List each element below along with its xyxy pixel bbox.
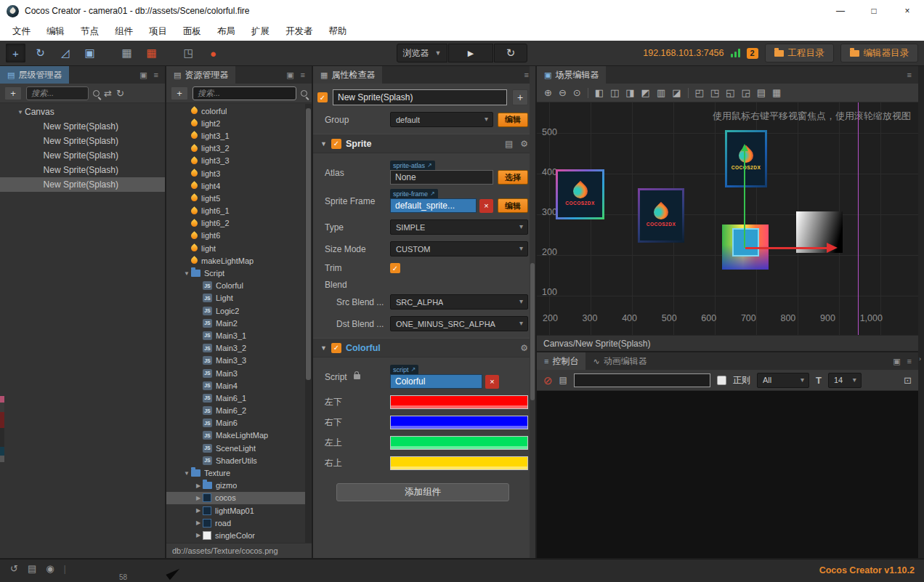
panel-menu-icon[interactable]: ≡ (524, 70, 529, 79)
asset-row[interactable]: light3 (166, 167, 312, 179)
gear-icon[interactable]: ⚙ (520, 343, 528, 353)
minimize-button[interactable]: — (824, 0, 857, 22)
asset-row[interactable]: ▶ lightMap01 (166, 504, 312, 517)
asset-row[interactable]: Colorful (166, 280, 312, 292)
expand-arrow-icon[interactable]: ▶ (194, 532, 203, 538)
add-button[interactable]: + (512, 89, 528, 105)
sprite-cocos-splash-3[interactable]: COCOS2DX (725, 130, 767, 187)
search-icon[interactable] (93, 90, 100, 97)
asset-row[interactable]: SceneLight (166, 442, 312, 454)
project-dir-button[interactable]: 工程目录 (765, 44, 834, 62)
group-select[interactable]: default (390, 112, 493, 127)
color-swatch[interactable] (390, 395, 528, 409)
asset-row[interactable]: ▶ road (166, 517, 312, 529)
hierarchy-node-row[interactable]: New Sprite(Splash) (0, 148, 165, 163)
color-swatch[interactable] (390, 416, 528, 429)
move-gizmo-tool[interactable]: + (6, 44, 25, 62)
align-center-horizontal-icon[interactable]: ◫ (610, 87, 619, 98)
preview-target-select[interactable]: 浏览器▼ (397, 44, 447, 62)
scene-viewport[interactable]: 使用鼠标右键平移视窗焦点，使用滚轮缩放视图 500400300200100 20… (537, 102, 918, 335)
add-component-button[interactable]: 添加组件 (336, 483, 509, 501)
regex-checkbox[interactable] (717, 376, 726, 385)
asset-row[interactable]: light3_1 (166, 129, 312, 142)
align-top-icon[interactable]: ◩ (641, 87, 650, 98)
dock-icon[interactable]: ▣ (139, 70, 147, 80)
color-swatch[interactable] (390, 456, 528, 470)
rotate-gizmo-tool[interactable]: ↻ (31, 44, 50, 62)
create-node-button[interactable]: + (4, 86, 22, 100)
collapse-arrow-icon[interactable]: ▼ (320, 140, 327, 147)
maximize-button[interactable]: □ (857, 0, 891, 22)
expand-arrow-icon[interactable]: ▶ (194, 495, 203, 501)
script-value-field[interactable]: Colorful (390, 374, 482, 389)
assets-search-input[interactable] (192, 86, 296, 100)
preview-record-tool[interactable]: ● (203, 44, 223, 62)
swap-icon[interactable]: ⇄ (104, 88, 112, 99)
grid-snap-icon[interactable]: ▦ (772, 87, 781, 98)
trim-checkbox[interactable] (390, 263, 400, 273)
asset-row[interactable]: ▶ singleColor (166, 529, 312, 541)
play-button[interactable]: ▶ (448, 44, 493, 62)
menu-item[interactable]: 面板 (175, 22, 209, 41)
close-button[interactable]: × (891, 0, 924, 22)
sprite-cocos-splash-2[interactable]: COCOS2DX (638, 188, 684, 243)
dock-icon[interactable]: ▣ (286, 70, 293, 80)
font-size-select[interactable]: 14 (828, 373, 862, 388)
asset-row[interactable]: light3_2 (166, 142, 312, 155)
menu-item[interactable]: 编辑 (38, 22, 73, 41)
menu-item[interactable]: 扩展 (243, 22, 277, 41)
clear-console-icon[interactable]: ⊘ (543, 375, 553, 386)
collapse-arrow-icon[interactable]: ▼ (320, 344, 327, 352)
type-select[interactable]: SIMPLE (390, 219, 528, 235)
expand-arrow-icon[interactable]: ▶ (194, 507, 203, 514)
asset-row[interactable]: Main3_3 (166, 355, 312, 367)
log-list-icon[interactable]: ▤ (28, 563, 36, 574)
asset-row[interactable]: ▶ gizmo (166, 480, 312, 492)
asset-row[interactable]: light6 (166, 230, 312, 242)
align-left-icon[interactable]: ◧ (595, 87, 604, 98)
sync-icon[interactable]: ↺ (10, 563, 18, 574)
asset-row[interactable]: light (166, 242, 312, 254)
refresh-button[interactable]: ↻ (494, 44, 527, 62)
dst-blend-select[interactable]: ONE_MINUS_SRC_ALPHA (390, 316, 528, 331)
size-mode-select[interactable]: CUSTOM (390, 241, 528, 256)
asset-row[interactable]: Main3_1 (166, 329, 312, 341)
tile-tool[interactable]: ▦ (117, 44, 137, 62)
asset-row[interactable]: Main2 (166, 317, 312, 329)
colorful-enabled-checkbox[interactable] (331, 343, 341, 353)
node-name-input[interactable] (333, 89, 507, 105)
src-blend-select[interactable]: SRC_ALPHA (390, 294, 528, 310)
console-filter-input[interactable] (574, 373, 710, 387)
sprite-blue-square[interactable] (732, 228, 759, 256)
scrollbar-thumb[interactable] (306, 108, 311, 380)
asset-row[interactable]: ShaderUtils (166, 454, 312, 466)
toolbar-gap[interactable] (105, 44, 112, 62)
distribute-top-icon[interactable]: ◲ (741, 87, 750, 98)
gizmo-x-axis-arrow[interactable] (745, 247, 827, 249)
asset-row[interactable]: light4 (166, 179, 312, 192)
tab-scene[interactable]: ▣ 场景编辑器 (537, 66, 606, 84)
asset-row[interactable]: Main6_1 (166, 392, 312, 404)
expand-arrow-icon[interactable]: ▼ (182, 470, 191, 477)
menu-item[interactable]: 节点 (73, 22, 107, 41)
panel-menu-icon[interactable]: ≡ (301, 70, 305, 79)
same-size-icon[interactable]: ▤ (757, 87, 766, 98)
hierarchy-search-input[interactable] (26, 86, 89, 100)
asset-row[interactable]: ▶ cocos (166, 492, 312, 504)
menu-item[interactable]: 文件 (4, 22, 38, 41)
asset-row[interactable]: makeLightMap (166, 254, 312, 267)
clear-sprite-frame-button[interactable]: × (479, 199, 493, 213)
sprite-cocos-splash-1[interactable]: COCOS2DX (556, 169, 604, 219)
asset-row[interactable]: Main3 (166, 367, 312, 379)
tab-assets[interactable]: ▤ 资源管理器 (166, 66, 235, 84)
scale-gizmo-tool[interactable]: ◿ (55, 44, 75, 62)
gear-icon[interactable]: ⚙ (520, 139, 528, 149)
atlas-select-button[interactable]: 选择 (498, 170, 528, 185)
separator[interactable] (688, 88, 689, 98)
asset-row[interactable]: light3_3 (166, 155, 312, 167)
tab-animation-editor[interactable]: ∿ 动画编辑器 (585, 352, 654, 370)
tab-inspector[interactable]: ▦ 属性检查器 (313, 66, 382, 84)
editor-dir-button[interactable]: 编辑器目录 (840, 44, 919, 62)
distribute-bottom-icon[interactable]: ◱ (726, 87, 734, 98)
sprite-enabled-checkbox[interactable] (331, 139, 341, 149)
